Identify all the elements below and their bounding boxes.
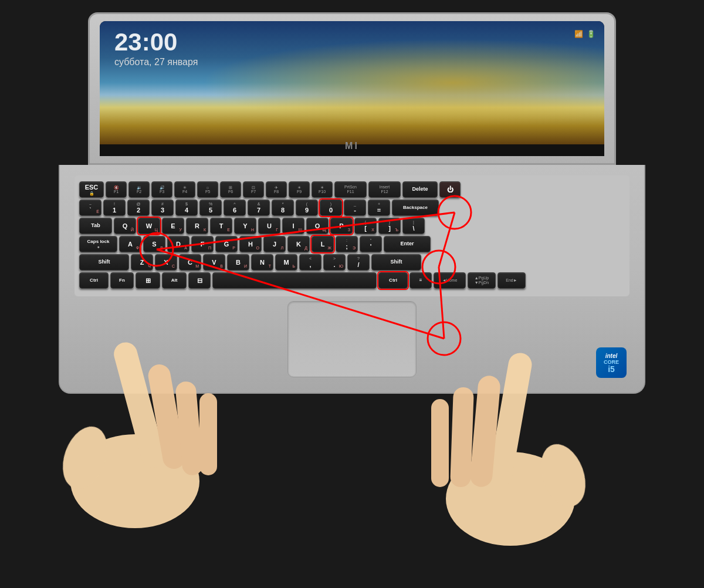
key-w[interactable]: W Ц — [138, 218, 160, 234]
key-semicolon[interactable]: : ; Э — [336, 236, 358, 252]
key-f5[interactable]: ☼ F5 — [197, 181, 218, 198]
key-shift-right[interactable]: Shift — [371, 254, 421, 271]
key-insert-f12[interactable]: Insert F12 — [368, 181, 401, 198]
screen-time: 23:00 суббота, 27 января — [114, 30, 198, 67]
key-delete[interactable]: Delete — [402, 181, 438, 198]
key-prtscn-f11[interactable]: PrtScn F11 — [334, 181, 367, 198]
key-q[interactable]: Q Й — [114, 218, 136, 234]
key-7[interactable]: & 7 — [248, 200, 270, 216]
key-f10[interactable]: ☀ F10 — [312, 181, 333, 198]
key-h[interactable]: H О — [239, 236, 262, 252]
key-1[interactable]: ! 1 — [103, 200, 126, 216]
key-9[interactable]: ( 9 — [296, 200, 318, 216]
key-0[interactable]: ) 0 — [320, 200, 342, 216]
key-backslash[interactable]: | \ — [402, 218, 425, 234]
key-fn-bottom[interactable]: Fn — [110, 272, 134, 289]
zxcv-row: Shift Z Ч X С C М V — [79, 254, 625, 271]
key-e[interactable]: E У — [162, 218, 184, 234]
key-home[interactable]: ◄Home — [434, 272, 466, 289]
key-r[interactable]: R К — [186, 218, 208, 234]
bottom-row: Ctrl Fn ⊞ Alt ⊟ — [79, 272, 625, 289]
key-caps-lock[interactable]: Caps lock ● — [79, 236, 117, 252]
key-i[interactable]: I Ш — [282, 218, 304, 234]
key-6[interactable]: ^ 6 — [224, 200, 246, 216]
key-l[interactable]: L Ж — [312, 236, 334, 252]
key-alt-left[interactable]: Alt — [162, 272, 187, 289]
screen-lid: 23:00 суббота, 27 января 📶 🔋 MI — [88, 12, 616, 165]
key-4[interactable]: $ 4 — [175, 200, 198, 216]
key-v[interactable]: V В — [203, 254, 225, 271]
trackpad[interactable] — [287, 301, 417, 377]
key-pgup[interactable]: ▲PgUp ▼PgDn — [468, 272, 496, 289]
key-end[interactable]: End► — [497, 272, 526, 289]
key-3[interactable]: # 3 — [151, 200, 174, 216]
key-8[interactable]: * 8 — [272, 200, 294, 216]
key-shift-left[interactable]: Shift — [79, 254, 129, 271]
key-u[interactable]: U Г — [258, 218, 280, 234]
key-esc[interactable]: ESC 🔒 — [79, 181, 104, 198]
key-enter[interactable]: Enter — [384, 236, 431, 252]
intel-badge: intel CORE i5 — [596, 347, 627, 378]
key-f4[interactable]: ✳ F4 — [174, 181, 195, 198]
key-backspace[interactable]: Backspace — [392, 200, 439, 216]
key-open-bracket[interactable]: { [ Х — [354, 218, 377, 234]
key-menu[interactable]: ⊟ — [188, 272, 211, 289]
key-windows[interactable]: ⊞ — [136, 272, 160, 289]
key-t[interactable]: T Е — [210, 218, 232, 234]
laptop: 23:00 суббота, 27 января 📶 🔋 MI — [29, 12, 675, 576]
keyboard-area: ESC 🔒 🔇 F1 🔉 F2 🔊 F3 — [75, 175, 629, 296]
key-f1[interactable]: 🔇 F1 — [106, 181, 127, 198]
key-equals[interactable]: + = — [368, 200, 390, 216]
key-a[interactable]: A Ф — [119, 236, 141, 252]
key-d[interactable]: D А — [167, 236, 189, 252]
caps-lock-label: Caps lock — [87, 239, 110, 245]
key-space[interactable] — [212, 272, 377, 289]
key-f[interactable]: F П — [191, 236, 214, 252]
trackpad-area — [75, 301, 629, 377]
key-5[interactable]: % 5 — [199, 200, 222, 216]
key-quote[interactable]: " ' — [360, 236, 382, 252]
clock-display: 23:00 — [114, 30, 198, 55]
date-display: суббота, 27 января — [114, 57, 198, 67]
key-comma[interactable]: < , — [299, 254, 321, 271]
key-y[interactable]: Y Н — [234, 218, 256, 234]
key-f6[interactable]: ⊞ F6 — [220, 181, 241, 198]
key-period[interactable]: > . Ю — [323, 254, 346, 271]
screen-status-icons: 📶 🔋 — [574, 30, 595, 38]
key-b[interactable]: B И — [227, 254, 249, 271]
key-j[interactable]: J Л — [263, 236, 286, 252]
key-p[interactable]: P З — [330, 218, 353, 234]
screen-display: 23:00 суббота, 27 января 📶 🔋 — [100, 21, 604, 144]
key-fn-right[interactable]: ≡ — [409, 272, 432, 289]
number-row: ~ ` Ё ! 1 @ 2 # 3 — [79, 200, 625, 216]
key-x[interactable]: X С — [155, 254, 177, 271]
key-g[interactable]: G Р — [215, 236, 238, 252]
key-n[interactable]: N Т — [251, 254, 273, 271]
key-2[interactable]: @ 2 — [127, 200, 150, 216]
keyboard-base: ESC 🔒 🔇 F1 🔉 F2 🔊 F3 — [59, 165, 645, 394]
key-c[interactable]: C М — [179, 254, 201, 271]
battery-icon: 🔋 — [587, 30, 595, 38]
function-row: ESC 🔒 🔇 F1 🔉 F2 🔊 F3 — [79, 181, 625, 198]
intel-core: CORE — [604, 359, 619, 365]
key-m[interactable]: M Ь — [275, 254, 297, 271]
key-slash[interactable]: ? / — [347, 254, 370, 271]
key-ctrl-left[interactable]: Ctrl — [79, 272, 109, 289]
key-ctrl-right[interactable]: Ctrl — [378, 272, 408, 289]
wifi-icon: 📶 — [574, 30, 583, 38]
key-power[interactable]: ⏻ — [439, 181, 461, 198]
key-f7[interactable]: ⊡ F7 — [243, 181, 264, 198]
key-f3[interactable]: 🔊 F3 — [151, 181, 172, 198]
key-f2[interactable]: 🔉 F2 — [128, 181, 150, 198]
key-close-bracket[interactable]: } ] Ъ — [378, 218, 401, 234]
qwerty-row: Tab Q Й W Ц E У R — [79, 218, 625, 234]
key-tab[interactable]: Tab — [79, 218, 112, 234]
key-f9[interactable]: ☀ F9 — [289, 181, 310, 198]
key-o[interactable]: O Щ — [306, 218, 329, 234]
key-tilde[interactable]: ~ ` Ё — [79, 200, 101, 216]
key-s[interactable]: S В — [143, 236, 165, 252]
key-k[interactable]: K Д — [287, 236, 310, 252]
key-f8[interactable]: ✈ F8 — [266, 181, 287, 198]
key-z[interactable]: Z Ч — [131, 254, 153, 271]
key-minus[interactable]: _ - — [344, 200, 366, 216]
